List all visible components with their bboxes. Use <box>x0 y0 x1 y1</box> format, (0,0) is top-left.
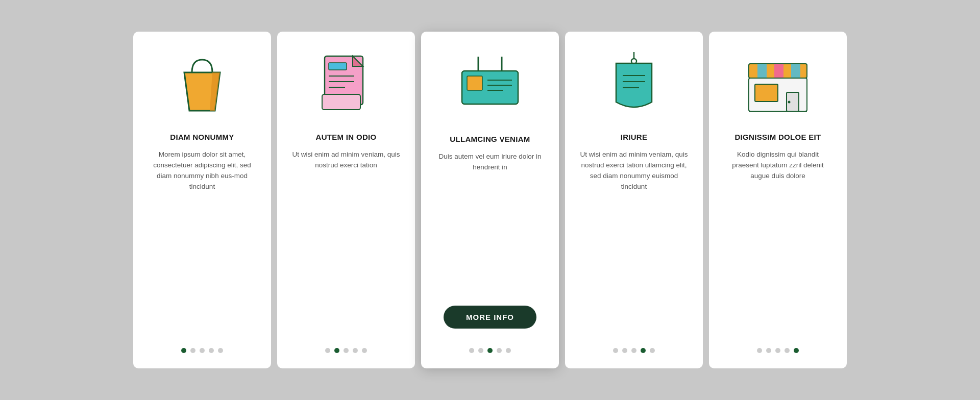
shopping-bag-icon <box>169 52 235 118</box>
dot <box>766 348 771 353</box>
card-3-dots <box>469 348 511 353</box>
cards-container: DIAM NONUMMY Morem ipsum dolor sit amet,… <box>118 11 862 389</box>
dot <box>218 348 223 353</box>
card-4: IRIURE Ut wisi enim ad minim veniam, qui… <box>565 32 703 368</box>
sign-board-icon <box>457 54 523 120</box>
document-icon <box>313 52 379 118</box>
svg-rect-25 <box>791 64 800 78</box>
dot <box>775 348 780 353</box>
dot <box>794 348 799 353</box>
svg-rect-9 <box>322 94 360 110</box>
card-3-title: ULLAMCING VENIAM <box>450 135 530 143</box>
card-1-dots <box>181 348 223 353</box>
dot <box>334 348 339 353</box>
dot <box>622 348 627 353</box>
card-1-title: DIAM NONUMMY <box>170 133 234 141</box>
dot <box>200 348 205 353</box>
card-4-title: IRIURE <box>621 133 648 141</box>
store-icon <box>745 52 811 118</box>
dot <box>469 348 474 353</box>
dot <box>325 348 330 353</box>
card-4-desc: Ut wisi enim ad minim veniam, quis nostr… <box>579 149 689 334</box>
dot <box>631 348 636 353</box>
card-2-title: AUTEM IN ODIO <box>316 133 377 141</box>
dot <box>344 348 349 353</box>
card-2-desc: Ut wisi enim ad minim veniam, quis nostr… <box>291 149 401 334</box>
card-3-desc: Duis autem vel eum iriure dolor in hendr… <box>435 152 545 295</box>
card-5-title: DIGNISSIM DOLOE EIT <box>734 133 821 141</box>
card-1-desc: Morem ipsum dolor sit amet, consectetuer… <box>148 149 257 334</box>
dot <box>506 348 511 353</box>
card-5-desc: Kodio dignissim qui blandit praesent lup… <box>723 149 832 334</box>
dot <box>362 348 367 353</box>
card-2-dots <box>325 348 367 353</box>
dot <box>757 348 762 353</box>
card-2: AUTEM IN ODIO Ut wisi enim ad minim veni… <box>277 32 415 368</box>
dot <box>650 348 655 353</box>
price-tag-icon <box>601 52 667 118</box>
dot <box>613 348 618 353</box>
svg-rect-27 <box>755 84 778 102</box>
dot <box>181 348 186 353</box>
dot <box>190 348 195 353</box>
dot <box>497 348 502 353</box>
card-5-dots <box>757 348 799 353</box>
card-5: DIGNISSIM DOLOE EIT Kodio dignissim qui … <box>709 32 847 368</box>
svg-rect-23 <box>757 64 767 78</box>
svg-rect-5 <box>329 63 347 70</box>
dot <box>209 348 214 353</box>
card-3: ULLAMCING VENIAM Duis autem vel eum iriu… <box>421 32 559 368</box>
more-info-button[interactable]: MORE INFO <box>444 306 536 329</box>
dot <box>353 348 358 353</box>
card-4-dots <box>613 348 655 353</box>
svg-point-29 <box>788 101 791 104</box>
dot <box>487 348 493 353</box>
card-1: DIAM NONUMMY Morem ipsum dolor sit amet,… <box>133 32 271 368</box>
dot <box>785 348 790 353</box>
svg-rect-13 <box>467 76 482 90</box>
svg-rect-24 <box>774 64 783 78</box>
dot <box>641 348 646 353</box>
dot <box>478 348 483 353</box>
